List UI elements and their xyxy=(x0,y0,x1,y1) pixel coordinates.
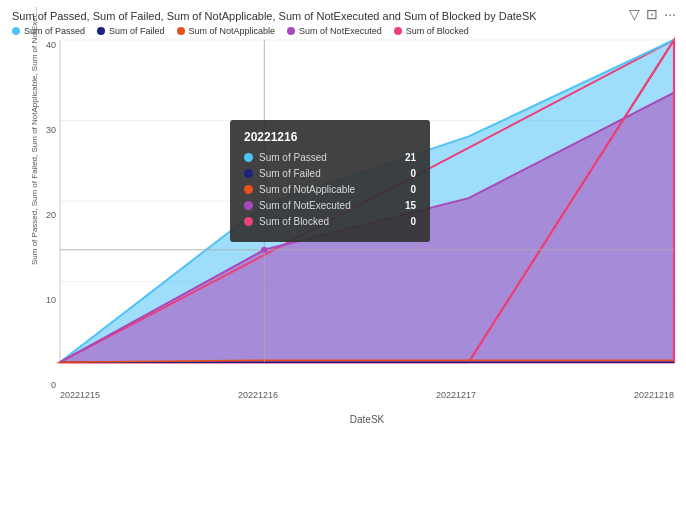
y-tick-0: 0 xyxy=(51,380,56,390)
legend-item-failed: Sum of Failed xyxy=(97,26,165,36)
legend-label-blocked: Sum of Blocked xyxy=(406,26,469,36)
legend-dot-passed xyxy=(12,27,20,35)
y-axis-label: Sum of Passed, Sum of Failed, Sum of Not… xyxy=(30,185,39,265)
x-tick-20221217: 20221217 xyxy=(436,390,476,400)
chart-container: ▽ ⊡ ··· Sum of Passed, Sum of Failed, Su… xyxy=(0,0,686,514)
legend-item-notapplicable: Sum of NotApplicable xyxy=(177,26,276,36)
x-tick-20221216: 20221216 xyxy=(238,390,278,400)
y-tick-40: 40 xyxy=(46,40,56,50)
legend-dot-failed xyxy=(97,27,105,35)
legend-dot-blocked xyxy=(394,27,402,35)
legend-dot-notapplicable xyxy=(177,27,185,35)
y-tick-10: 10 xyxy=(46,295,56,305)
x-tick-20221218: 20221218 xyxy=(634,390,674,400)
legend-label-failed: Sum of Failed xyxy=(109,26,165,36)
y-tick-20: 20 xyxy=(46,210,56,220)
expand-icon[interactable]: ⊡ xyxy=(646,6,658,22)
legend-item-passed: Sum of Passed xyxy=(12,26,85,36)
dot-passed-2 xyxy=(261,202,267,208)
chart-title: Sum of Passed, Sum of Failed, Sum of Not… xyxy=(12,10,674,22)
dot-notexecuted-2 xyxy=(261,247,267,253)
y-tick-30: 30 xyxy=(46,125,56,135)
legend: Sum of Passed Sum of Failed Sum of NotAp… xyxy=(12,26,674,36)
legend-item-blocked: Sum of Blocked xyxy=(394,26,469,36)
legend-label-notexecuted: Sum of NotExecuted xyxy=(299,26,382,36)
toolbar: ▽ ⊡ ··· xyxy=(629,6,676,22)
legend-dot-notexecuted xyxy=(287,27,295,35)
legend-item-notexecuted: Sum of NotExecuted xyxy=(287,26,382,36)
more-options-icon[interactable]: ··· xyxy=(664,6,676,22)
x-tick-20221215: 20221215 xyxy=(60,390,100,400)
x-axis-label: DateSK xyxy=(60,414,674,425)
chart-svg xyxy=(60,40,674,388)
legend-label-notapplicable: Sum of NotApplicable xyxy=(189,26,276,36)
filter-icon[interactable]: ▽ xyxy=(629,6,640,22)
